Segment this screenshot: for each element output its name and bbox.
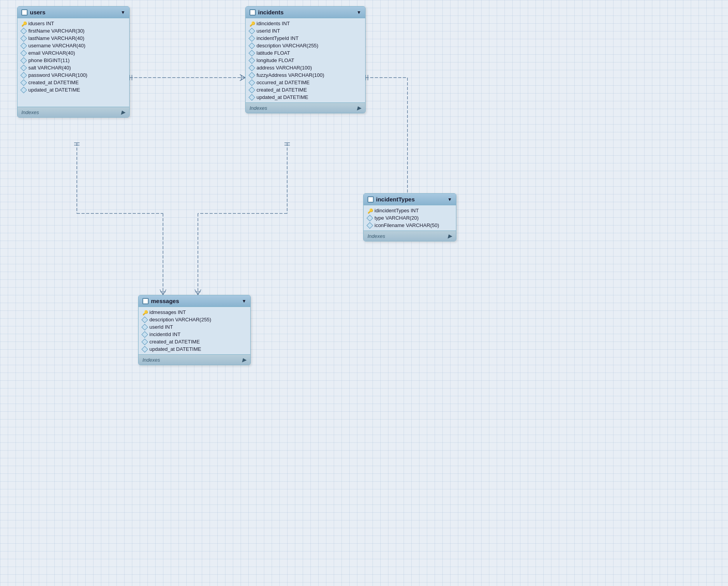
table-row: created_at DATETIME xyxy=(17,79,129,86)
users-table-header[interactable]: users ▼ xyxy=(17,7,129,18)
table-row: fuzzyAddress VARCHAR(100) xyxy=(246,71,365,79)
indexes-arrow: ▶ xyxy=(242,357,246,363)
table-row: password VARCHAR(100) xyxy=(17,71,129,79)
users-collapse-btn[interactable]: ▼ xyxy=(121,10,125,15)
indexes-label: Indexes xyxy=(367,233,385,239)
table-row: iconFilename VARCHAR(50) xyxy=(364,222,456,229)
pk-icon: 🔑 xyxy=(21,21,26,26)
table-row: incidentId INT xyxy=(139,331,250,338)
field-label: description VARCHAR(255) xyxy=(257,43,318,49)
fk-icon xyxy=(249,42,255,49)
field-label: salt VARCHAR(40) xyxy=(28,65,71,71)
field-label: phone BIGINT(11) xyxy=(28,57,69,63)
incident-types-icon xyxy=(367,196,374,203)
table-row: incidentTypeId INT xyxy=(246,35,365,42)
indexes-arrow: ▶ xyxy=(357,105,361,111)
incidents-table-icon xyxy=(250,9,256,16)
incident-types-collapse-btn[interactable]: ▼ xyxy=(447,197,452,202)
table-row: lastName VARCHAR(40) xyxy=(17,35,129,42)
incidents-collapse-btn[interactable]: ▼ xyxy=(357,10,361,15)
fk-icon xyxy=(249,50,255,56)
table-row: latitude FLOAT xyxy=(246,49,365,57)
field-label: occurred_at DATETIME xyxy=(257,80,310,85)
field-label: updated_at DATETIME xyxy=(149,346,201,352)
fk-icon xyxy=(21,50,27,56)
fk-icon xyxy=(21,57,27,64)
fk-icon xyxy=(142,338,148,345)
indexes-arrow: ▶ xyxy=(121,109,125,115)
fk-icon xyxy=(21,79,27,86)
messages-table: messages ▼ 🔑 idmessages INT description … xyxy=(138,295,251,365)
messages-table-title: messages xyxy=(151,298,179,304)
incidents-table-header[interactable]: incidents ▼ xyxy=(246,7,365,18)
users-table-title: users xyxy=(30,9,45,16)
indexes-label: Indexes xyxy=(142,357,160,363)
field-label: description VARCHAR(255) xyxy=(149,317,211,322)
incidents-table-title: incidents xyxy=(258,9,284,16)
messages-table-icon xyxy=(142,298,149,304)
fk-icon xyxy=(21,28,27,34)
field-label: longitude FLOAT xyxy=(257,57,294,63)
table-row: firstName VARCHAR(30) xyxy=(17,27,129,35)
field-label: iconFilename VARCHAR(50) xyxy=(374,222,439,228)
table-row: userId INT xyxy=(139,323,250,331)
fk-icon xyxy=(21,72,27,78)
table-row: 🔑 idincidentTypes INT xyxy=(364,207,456,214)
table-row: address VARCHAR(100) xyxy=(246,64,365,71)
field-label: idincidents INT xyxy=(257,21,290,26)
table-row: 🔑 idusers INT xyxy=(17,20,129,27)
table-row: created_at DATETIME xyxy=(246,86,365,94)
fk-icon xyxy=(249,64,255,71)
svg-line-28 xyxy=(198,290,201,295)
users-table-footer[interactable]: Indexes ▶ xyxy=(17,107,129,117)
field-label: idusers INT xyxy=(28,21,54,26)
table-row: 🔑 idmessages INT xyxy=(139,309,250,316)
field-label: firstName VARCHAR(30) xyxy=(28,28,85,34)
incident-types-footer[interactable]: Indexes ▶ xyxy=(364,231,456,241)
incident-types-title: incidentTypes xyxy=(376,196,415,203)
field-label: username VARCHAR(40) xyxy=(28,43,85,49)
field-label: incidentTypeId INT xyxy=(257,35,298,41)
fk-icon xyxy=(142,316,148,323)
users-table-body: 🔑 idusers INT firstName VARCHAR(30) last… xyxy=(17,18,129,107)
incidents-table: incidents ▼ 🔑 idincidents INT userId INT… xyxy=(245,6,366,113)
field-label: incidentId INT xyxy=(149,331,180,337)
field-label: updated_at DATETIME xyxy=(257,94,308,100)
field-label: userId INT xyxy=(149,324,173,330)
svg-line-27 xyxy=(195,290,198,295)
incident-types-table: incidentTypes ▼ 🔑 idincidentTypes INT ty… xyxy=(363,193,456,241)
messages-collapse-btn[interactable]: ▼ xyxy=(242,298,246,304)
indexes-label: Indexes xyxy=(250,105,267,111)
indexes-label: Indexes xyxy=(21,109,39,115)
fk-icon xyxy=(249,28,255,34)
field-label: created_at DATETIME xyxy=(28,80,79,85)
svg-line-20 xyxy=(163,290,166,295)
fk-icon xyxy=(249,35,255,42)
table-row: updated_at DATETIME xyxy=(17,86,129,94)
incidents-table-footer[interactable]: Indexes ▶ xyxy=(246,102,365,113)
field-label: lastName VARCHAR(40) xyxy=(28,35,84,41)
field-label: idmessages INT xyxy=(149,309,186,315)
incident-types-header[interactable]: incidentTypes ▼ xyxy=(364,194,456,205)
users-table: users ▼ 🔑 idusers INT firstName VARCHAR(… xyxy=(17,6,130,118)
indexes-arrow: ▶ xyxy=(448,233,452,239)
fk-icon xyxy=(249,57,255,64)
fk-icon xyxy=(21,42,27,49)
fk-icon xyxy=(249,94,255,101)
svg-line-19 xyxy=(160,290,163,295)
table-row: updated_at DATETIME xyxy=(246,94,365,101)
pk-icon: 🔑 xyxy=(142,310,147,315)
messages-table-header[interactable]: messages ▼ xyxy=(139,295,250,307)
field-label: address VARCHAR(100) xyxy=(257,65,312,71)
users-table-icon xyxy=(21,9,28,16)
fk-icon xyxy=(249,87,255,93)
field-label: userId INT xyxy=(257,28,280,34)
table-row: updated_at DATETIME xyxy=(139,345,250,353)
table-row: longitude FLOAT xyxy=(246,57,365,64)
fk-icon xyxy=(367,222,373,229)
table-row: salt VARCHAR(40) xyxy=(17,64,129,71)
table-row: type VARCHAR(20) xyxy=(364,214,456,222)
messages-table-footer[interactable]: Indexes ▶ xyxy=(139,354,250,365)
table-row: username VARCHAR(40) xyxy=(17,42,129,49)
fk-icon xyxy=(249,72,255,78)
